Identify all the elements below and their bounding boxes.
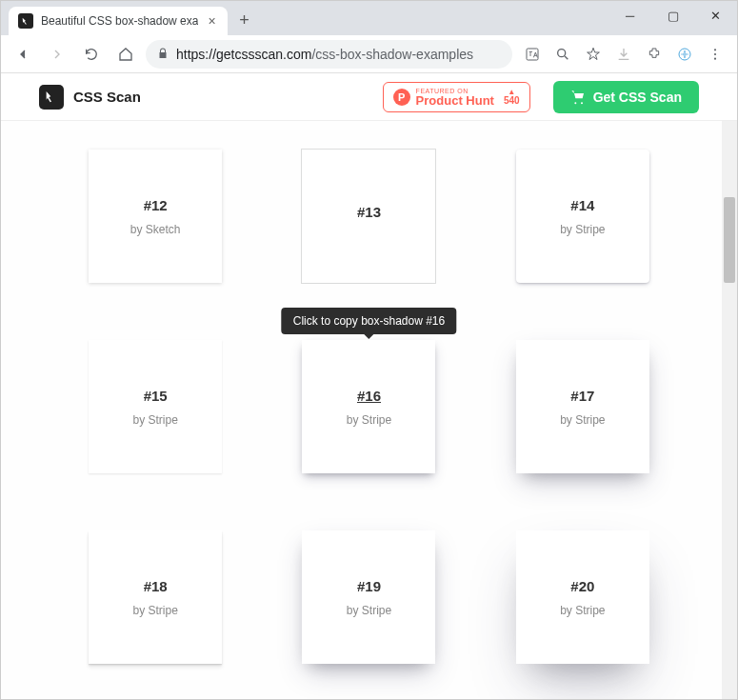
back-button[interactable] bbox=[9, 40, 37, 69]
card-number: #13 bbox=[357, 204, 381, 220]
card-author: by Stripe bbox=[347, 604, 391, 617]
lock-icon bbox=[157, 47, 169, 62]
tab-title: Beautiful CSS box-shadow exa bbox=[41, 14, 198, 28]
cart-icon bbox=[570, 90, 586, 105]
shadow-card-13[interactable]: #13 bbox=[302, 150, 435, 283]
shadow-card-20[interactable]: #20 by Stripe bbox=[516, 530, 649, 664]
svg-point-3 bbox=[714, 49, 716, 50]
shadow-card-14[interactable]: #14 by Stripe bbox=[516, 150, 649, 283]
shadow-card-16[interactable]: Click to copy box-shadow #16 #16 by Stri… bbox=[302, 340, 435, 473]
svg-point-5 bbox=[714, 57, 716, 59]
reload-button[interactable] bbox=[77, 40, 106, 69]
svg-point-1 bbox=[558, 49, 566, 56]
card-number: #14 bbox=[570, 197, 594, 213]
card-author: by Stripe bbox=[560, 413, 605, 427]
product-hunt-icon: P bbox=[393, 89, 410, 106]
star-icon[interactable] bbox=[579, 40, 608, 69]
profile-icon[interactable] bbox=[670, 40, 699, 69]
translate-icon[interactable] bbox=[518, 40, 547, 69]
card-author: by Stripe bbox=[347, 413, 391, 427]
card-number: #17 bbox=[570, 388, 594, 404]
card-number: #16 bbox=[357, 388, 381, 404]
scrollbar-thumb[interactable] bbox=[724, 197, 735, 283]
card-author: by Sketch bbox=[130, 223, 181, 236]
maximize-icon[interactable]: ▢ bbox=[651, 1, 694, 30]
menu-icon[interactable] bbox=[701, 40, 729, 69]
window-controls: ─ ▢ ✕ bbox=[608, 1, 737, 30]
card-number: #15 bbox=[144, 388, 168, 404]
site-logo[interactable] bbox=[39, 85, 64, 110]
url-text: https://getcssscan.com/css-box-shadow-ex… bbox=[176, 47, 473, 62]
favicon bbox=[18, 13, 33, 29]
ph-count: 540 bbox=[504, 96, 520, 106]
examples-grid: #12 by Sketch #13 #14 by Stripe #15 by S… bbox=[1, 121, 737, 692]
shadow-card-12[interactable]: #12 by Sketch bbox=[89, 150, 222, 283]
extensions-icon[interactable] bbox=[640, 40, 668, 69]
card-number: #19 bbox=[357, 578, 381, 594]
content-viewport: #12 by Sketch #13 #14 by Stripe #15 by S… bbox=[1, 121, 737, 700]
cta-label: Get CSS Scan bbox=[593, 90, 682, 105]
browser-toolbar: https://getcssscan.com/css-box-shadow-ex… bbox=[1, 35, 737, 73]
close-icon[interactable]: ✕ bbox=[694, 1, 737, 30]
browser-tab[interactable]: Beautiful CSS box-shadow exa × bbox=[9, 7, 228, 35]
forward-button[interactable] bbox=[43, 40, 71, 69]
download-icon[interactable] bbox=[609, 40, 638, 69]
card-author: by Stripe bbox=[132, 413, 177, 427]
card-author: by Stripe bbox=[560, 604, 605, 617]
browser-titlebar: Beautiful CSS box-shadow exa × + ─ ▢ ✕ bbox=[1, 1, 737, 35]
card-author: by Stripe bbox=[560, 223, 605, 236]
ph-name: Product Hunt bbox=[416, 94, 494, 107]
scrollbar[interactable] bbox=[722, 121, 737, 700]
shadow-card-18[interactable]: #18 by Stripe bbox=[89, 530, 222, 664]
tab-close-icon[interactable]: × bbox=[206, 13, 217, 29]
product-hunt-badge[interactable]: P FEATURED ON Product Hunt ▲ 540 bbox=[383, 82, 530, 112]
new-tab-button[interactable]: + bbox=[231, 7, 258, 33]
shadow-card-19[interactable]: #19 by Stripe bbox=[302, 530, 435, 664]
card-number: #12 bbox=[144, 197, 168, 213]
card-number: #20 bbox=[570, 578, 594, 594]
svg-point-4 bbox=[714, 52, 716, 54]
zoom-icon[interactable] bbox=[549, 40, 577, 69]
shadow-card-17[interactable]: #17 by Stripe bbox=[516, 340, 649, 473]
get-css-scan-button[interactable]: Get CSS Scan bbox=[553, 81, 699, 113]
shadow-card-15[interactable]: #15 by Stripe bbox=[89, 340, 222, 473]
brand-name: CSS Scan bbox=[73, 89, 141, 105]
copy-tooltip: Click to copy box-shadow #16 bbox=[282, 308, 456, 334]
home-button[interactable] bbox=[111, 40, 140, 69]
site-header: CSS Scan P FEATURED ON Product Hunt ▲ 54… bbox=[1, 73, 737, 121]
minimize-icon[interactable]: ─ bbox=[608, 1, 651, 30]
card-author: by Stripe bbox=[132, 604, 177, 617]
card-number: #18 bbox=[144, 578, 168, 594]
address-bar[interactable]: https://getcssscan.com/css-box-shadow-ex… bbox=[146, 40, 512, 69]
